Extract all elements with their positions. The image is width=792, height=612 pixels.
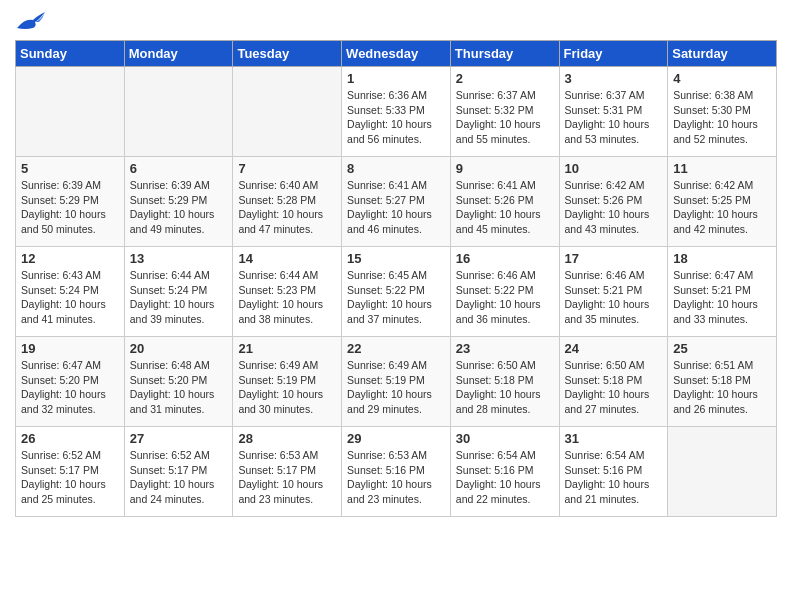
day-cell: 17Sunrise: 6:46 AMSunset: 5:21 PMDayligh… — [559, 247, 668, 337]
calendar-table: SundayMondayTuesdayWednesdayThursdayFrid… — [15, 40, 777, 517]
day-cell — [668, 427, 777, 517]
day-info: Sunrise: 6:37 AMSunset: 5:31 PMDaylight:… — [565, 88, 663, 147]
day-cell: 21Sunrise: 6:49 AMSunset: 5:19 PMDayligh… — [233, 337, 342, 427]
day-info: Sunrise: 6:43 AMSunset: 5:24 PMDaylight:… — [21, 268, 119, 327]
day-cell: 29Sunrise: 6:53 AMSunset: 5:16 PMDayligh… — [342, 427, 451, 517]
day-cell: 9Sunrise: 6:41 AMSunset: 5:26 PMDaylight… — [450, 157, 559, 247]
day-number: 28 — [238, 431, 336, 446]
day-number: 26 — [21, 431, 119, 446]
day-info: Sunrise: 6:53 AMSunset: 5:16 PMDaylight:… — [347, 448, 445, 507]
day-number: 15 — [347, 251, 445, 266]
week-row-4: 19Sunrise: 6:47 AMSunset: 5:20 PMDayligh… — [16, 337, 777, 427]
day-info: Sunrise: 6:41 AMSunset: 5:27 PMDaylight:… — [347, 178, 445, 237]
weekday-header-wednesday: Wednesday — [342, 41, 451, 67]
day-number: 17 — [565, 251, 663, 266]
day-cell: 5Sunrise: 6:39 AMSunset: 5:29 PMDaylight… — [16, 157, 125, 247]
day-number: 27 — [130, 431, 228, 446]
day-cell: 18Sunrise: 6:47 AMSunset: 5:21 PMDayligh… — [668, 247, 777, 337]
weekday-header-thursday: Thursday — [450, 41, 559, 67]
day-info: Sunrise: 6:36 AMSunset: 5:33 PMDaylight:… — [347, 88, 445, 147]
day-cell: 10Sunrise: 6:42 AMSunset: 5:26 PMDayligh… — [559, 157, 668, 247]
weekday-header-monday: Monday — [124, 41, 233, 67]
day-info: Sunrise: 6:40 AMSunset: 5:28 PMDaylight:… — [238, 178, 336, 237]
weekday-header-saturday: Saturday — [668, 41, 777, 67]
week-row-2: 5Sunrise: 6:39 AMSunset: 5:29 PMDaylight… — [16, 157, 777, 247]
day-cell: 19Sunrise: 6:47 AMSunset: 5:20 PMDayligh… — [16, 337, 125, 427]
day-info: Sunrise: 6:37 AMSunset: 5:32 PMDaylight:… — [456, 88, 554, 147]
day-info: Sunrise: 6:48 AMSunset: 5:20 PMDaylight:… — [130, 358, 228, 417]
day-number: 13 — [130, 251, 228, 266]
day-cell: 23Sunrise: 6:50 AMSunset: 5:18 PMDayligh… — [450, 337, 559, 427]
day-number: 21 — [238, 341, 336, 356]
day-cell — [124, 67, 233, 157]
day-cell: 4Sunrise: 6:38 AMSunset: 5:30 PMDaylight… — [668, 67, 777, 157]
day-cell: 2Sunrise: 6:37 AMSunset: 5:32 PMDaylight… — [450, 67, 559, 157]
day-cell: 24Sunrise: 6:50 AMSunset: 5:18 PMDayligh… — [559, 337, 668, 427]
day-info: Sunrise: 6:49 AMSunset: 5:19 PMDaylight:… — [347, 358, 445, 417]
day-cell: 11Sunrise: 6:42 AMSunset: 5:25 PMDayligh… — [668, 157, 777, 247]
day-number: 5 — [21, 161, 119, 176]
day-info: Sunrise: 6:46 AMSunset: 5:21 PMDaylight:… — [565, 268, 663, 327]
day-number: 20 — [130, 341, 228, 356]
day-cell: 3Sunrise: 6:37 AMSunset: 5:31 PMDaylight… — [559, 67, 668, 157]
day-info: Sunrise: 6:46 AMSunset: 5:22 PMDaylight:… — [456, 268, 554, 327]
day-info: Sunrise: 6:44 AMSunset: 5:23 PMDaylight:… — [238, 268, 336, 327]
day-cell: 30Sunrise: 6:54 AMSunset: 5:16 PMDayligh… — [450, 427, 559, 517]
weekday-header-sunday: Sunday — [16, 41, 125, 67]
day-number: 11 — [673, 161, 771, 176]
day-number: 19 — [21, 341, 119, 356]
week-row-3: 12Sunrise: 6:43 AMSunset: 5:24 PMDayligh… — [16, 247, 777, 337]
page: SundayMondayTuesdayWednesdayThursdayFrid… — [0, 0, 792, 527]
day-number: 8 — [347, 161, 445, 176]
day-info: Sunrise: 6:44 AMSunset: 5:24 PMDaylight:… — [130, 268, 228, 327]
day-info: Sunrise: 6:49 AMSunset: 5:19 PMDaylight:… — [238, 358, 336, 417]
day-cell: 7Sunrise: 6:40 AMSunset: 5:28 PMDaylight… — [233, 157, 342, 247]
day-cell: 8Sunrise: 6:41 AMSunset: 5:27 PMDaylight… — [342, 157, 451, 247]
header — [15, 10, 777, 32]
day-cell: 28Sunrise: 6:53 AMSunset: 5:17 PMDayligh… — [233, 427, 342, 517]
day-cell: 14Sunrise: 6:44 AMSunset: 5:23 PMDayligh… — [233, 247, 342, 337]
day-info: Sunrise: 6:42 AMSunset: 5:25 PMDaylight:… — [673, 178, 771, 237]
day-cell: 31Sunrise: 6:54 AMSunset: 5:16 PMDayligh… — [559, 427, 668, 517]
day-number: 23 — [456, 341, 554, 356]
day-number: 9 — [456, 161, 554, 176]
day-number: 6 — [130, 161, 228, 176]
day-number: 16 — [456, 251, 554, 266]
day-number: 2 — [456, 71, 554, 86]
day-number: 29 — [347, 431, 445, 446]
day-number: 24 — [565, 341, 663, 356]
day-number: 30 — [456, 431, 554, 446]
day-cell: 1Sunrise: 6:36 AMSunset: 5:33 PMDaylight… — [342, 67, 451, 157]
weekday-header-friday: Friday — [559, 41, 668, 67]
day-number: 10 — [565, 161, 663, 176]
day-info: Sunrise: 6:53 AMSunset: 5:17 PMDaylight:… — [238, 448, 336, 507]
day-info: Sunrise: 6:39 AMSunset: 5:29 PMDaylight:… — [130, 178, 228, 237]
day-info: Sunrise: 6:45 AMSunset: 5:22 PMDaylight:… — [347, 268, 445, 327]
day-cell — [233, 67, 342, 157]
day-cell: 22Sunrise: 6:49 AMSunset: 5:19 PMDayligh… — [342, 337, 451, 427]
day-cell — [16, 67, 125, 157]
week-row-5: 26Sunrise: 6:52 AMSunset: 5:17 PMDayligh… — [16, 427, 777, 517]
day-info: Sunrise: 6:54 AMSunset: 5:16 PMDaylight:… — [456, 448, 554, 507]
day-number: 7 — [238, 161, 336, 176]
day-number: 4 — [673, 71, 771, 86]
day-number: 12 — [21, 251, 119, 266]
day-cell: 26Sunrise: 6:52 AMSunset: 5:17 PMDayligh… — [16, 427, 125, 517]
day-cell: 12Sunrise: 6:43 AMSunset: 5:24 PMDayligh… — [16, 247, 125, 337]
day-cell: 13Sunrise: 6:44 AMSunset: 5:24 PMDayligh… — [124, 247, 233, 337]
day-cell: 20Sunrise: 6:48 AMSunset: 5:20 PMDayligh… — [124, 337, 233, 427]
logo-bird-icon — [17, 10, 45, 32]
day-info: Sunrise: 6:50 AMSunset: 5:18 PMDaylight:… — [565, 358, 663, 417]
day-cell: 27Sunrise: 6:52 AMSunset: 5:17 PMDayligh… — [124, 427, 233, 517]
day-info: Sunrise: 6:47 AMSunset: 5:20 PMDaylight:… — [21, 358, 119, 417]
day-cell: 16Sunrise: 6:46 AMSunset: 5:22 PMDayligh… — [450, 247, 559, 337]
day-number: 3 — [565, 71, 663, 86]
day-info: Sunrise: 6:39 AMSunset: 5:29 PMDaylight:… — [21, 178, 119, 237]
day-cell: 15Sunrise: 6:45 AMSunset: 5:22 PMDayligh… — [342, 247, 451, 337]
day-info: Sunrise: 6:52 AMSunset: 5:17 PMDaylight:… — [21, 448, 119, 507]
day-cell: 25Sunrise: 6:51 AMSunset: 5:18 PMDayligh… — [668, 337, 777, 427]
day-cell: 6Sunrise: 6:39 AMSunset: 5:29 PMDaylight… — [124, 157, 233, 247]
day-info: Sunrise: 6:50 AMSunset: 5:18 PMDaylight:… — [456, 358, 554, 417]
weekday-header-tuesday: Tuesday — [233, 41, 342, 67]
day-number: 22 — [347, 341, 445, 356]
